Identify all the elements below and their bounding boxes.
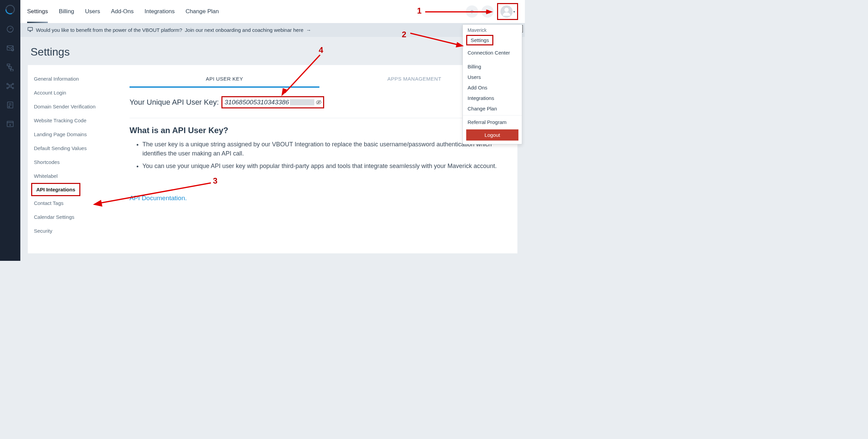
- automation-icon[interactable]: [5, 81, 15, 91]
- notifications-icon[interactable]: [481, 5, 494, 18]
- help-icon[interactable]: ?: [466, 5, 478, 18]
- top-tabs-left: Settings Billing Users Add-Ons Integrati…: [27, 0, 219, 23]
- top-tabs-right: ? ▾: [466, 3, 518, 20]
- top-tabs: Settings Billing Users Add-Ons Integrati…: [20, 0, 525, 23]
- reveal-key-icon[interactable]: [316, 99, 322, 105]
- api-key-label: Your Unique API User Key:: [130, 98, 219, 107]
- panel-tabs: API USER KEY APPS MANAGEMENT: [130, 71, 509, 88]
- dashboard-icon[interactable]: [5, 24, 15, 34]
- browser-icon[interactable]: [5, 119, 15, 129]
- api-key-value: 310685005310343386: [224, 99, 289, 106]
- content-wrap: General Information Account Login Domain…: [20, 65, 525, 261]
- nav-domain-sender[interactable]: Domain Sender Verification: [28, 100, 121, 113]
- tab-billing[interactable]: Billing: [59, 0, 74, 23]
- nav-account-login[interactable]: Account Login: [28, 86, 121, 100]
- tab-change-plan[interactable]: Change Plan: [185, 0, 219, 23]
- tab-integrations[interactable]: Integrations: [144, 0, 175, 23]
- dropdown-billing[interactable]: Billing: [463, 61, 522, 72]
- dropdown-add-ons[interactable]: Add Ons: [463, 82, 522, 93]
- banner-link[interactable]: Join our next onboarding and coaching we…: [185, 27, 303, 33]
- nav-shortcodes[interactable]: Shortcodes: [28, 155, 121, 169]
- nav-default-sending[interactable]: Default Sending Values: [28, 141, 121, 155]
- tab-addons[interactable]: Add-Ons: [111, 0, 134, 23]
- what-is-heading: What is an API User Key?: [130, 126, 509, 135]
- api-key-value-box: 310685005310343386: [221, 96, 324, 108]
- dropdown-integrations[interactable]: Integrations: [463, 93, 522, 103]
- svg-rect-16: [28, 27, 33, 30]
- description-list: The user key is a unique string assigned…: [130, 140, 509, 171]
- svg-rect-4: [7, 64, 10, 66]
- onboarding-banner: Would you like to benefit from the power…: [20, 23, 525, 37]
- tab-settings[interactable]: Settings: [27, 0, 48, 23]
- bullet-1: The user key is a unique string assigned…: [142, 140, 509, 158]
- settings-sidebar: General Information Account Login Domain…: [28, 65, 121, 253]
- page-title: Settings: [20, 37, 525, 65]
- nav-general-information[interactable]: General Information: [28, 72, 121, 86]
- api-key-masked: [290, 99, 314, 105]
- forms-icon[interactable]: [5, 100, 15, 110]
- nav-whitelabel[interactable]: Whitelabel: [28, 169, 121, 183]
- svg-rect-2: [7, 46, 13, 50]
- tab-users[interactable]: Users: [85, 0, 100, 23]
- main-column: Settings Billing Users Add-Ons Integrati…: [20, 0, 525, 261]
- api-documentation-link[interactable]: API Documentation.: [130, 194, 187, 202]
- bullet-2: You can use your unique API user key wit…: [142, 162, 509, 171]
- api-key-row: Your Unique API User Key: 31068500531034…: [130, 96, 509, 108]
- dropdown-account-name: Maverick: [463, 25, 522, 34]
- nav-security[interactable]: Security: [28, 224, 121, 238]
- svg-rect-14: [7, 121, 13, 127]
- arrow-right-icon: →: [306, 27, 311, 33]
- chevron-down-icon: ▾: [513, 10, 515, 14]
- pipeline-icon[interactable]: [5, 62, 15, 72]
- svg-point-9: [12, 83, 14, 85]
- app-root: Settings Billing Users Add-Ons Integrati…: [0, 0, 525, 261]
- dropdown-connection-center[interactable]: Connection Center: [463, 47, 522, 58]
- avatar-icon: [500, 5, 513, 18]
- banner-text: Would you like to benefit from the power…: [36, 27, 182, 33]
- svg-point-13: [9, 106, 10, 107]
- account-dropdown: Maverick Settings Connection Center Bill…: [462, 24, 522, 144]
- nav-calendar-settings[interactable]: Calendar Settings: [28, 210, 121, 224]
- nav-api-integrations[interactable]: API Integrations: [31, 183, 80, 196]
- svg-point-8: [7, 83, 8, 85]
- monitor-icon: [27, 26, 33, 34]
- divider: [130, 118, 509, 118]
- nav-landing-domains[interactable]: Landing Page Domains: [28, 127, 121, 141]
- svg-point-11: [12, 87, 14, 89]
- nav-tracking-code[interactable]: Website Tracking Code: [28, 113, 121, 127]
- panel-tab-api-user-key[interactable]: API USER KEY: [130, 71, 319, 88]
- avatar-button[interactable]: ▾: [497, 3, 518, 20]
- dropdown-users[interactable]: Users: [463, 72, 522, 82]
- main-panel: API USER KEY APPS MANAGEMENT Your Unique…: [121, 65, 517, 253]
- svg-point-15: [504, 8, 509, 12]
- svg-point-10: [7, 87, 8, 89]
- content: General Information Account Login Domain…: [28, 65, 517, 253]
- left-rail: [0, 0, 20, 261]
- dropdown-settings[interactable]: Settings: [466, 35, 493, 45]
- dropdown-change-plan[interactable]: Change Plan: [463, 103, 522, 114]
- email-icon[interactable]: [5, 43, 15, 53]
- brand-logo-icon[interactable]: [5, 4, 16, 15]
- dropdown-logout[interactable]: Logout: [466, 129, 518, 141]
- dropdown-referral[interactable]: Referral Program: [463, 117, 522, 127]
- nav-contact-tags[interactable]: Contact Tags: [28, 196, 121, 210]
